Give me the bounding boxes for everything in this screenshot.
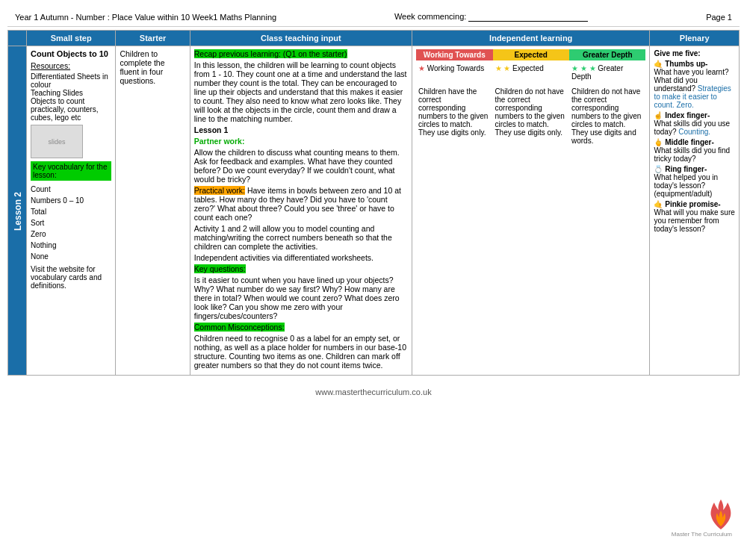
page-wrapper: Year 1 Autumn - Number : Place Value wit… — [0, 0, 747, 560]
small-step-cell: Count Objects to 10 Resources: Different… — [27, 46, 116, 376]
zero-text: Zero. — [676, 101, 693, 109]
page-header: Year 1 Autumn - Number : Place Value wit… — [7, 7, 740, 27]
page-footer: www.masterthecurriculum.co.uk — [7, 380, 740, 404]
key-vocab-label: Key vocabulary for the lesson: — [31, 161, 111, 181]
gd-body: Children do not have the correct corresp… — [569, 86, 645, 146]
independent-headers: Working Towards Expected Greater Depth — [416, 49, 645, 60]
teaching-cell: Recap previous learning: (Q1 on the star… — [190, 46, 412, 376]
logo-text: Master The Curriculum — [672, 531, 732, 538]
partner-work-body: Allow the children to discuss what count… — [194, 148, 408, 184]
index-icon: ☝ — [654, 111, 663, 119]
middle-icon: 🖕 — [654, 138, 663, 146]
visit-text: Visit the website for vocabulary cards a… — [31, 265, 111, 290]
thumb-icon: 🤙 — [654, 60, 663, 68]
lesson-title: Count Objects to 10 — [31, 49, 111, 58]
col-header-independent: Independent learning — [412, 31, 650, 46]
header-page: Page 1 — [706, 13, 732, 22]
index-label: Index finger- — [665, 111, 710, 119]
wt-body: Children have the correct corresponding … — [416, 86, 492, 146]
recap-body: In this lesson, the children will be lea… — [194, 60, 408, 123]
resources-label: Resources: — [31, 61, 111, 70]
gd-header: Greater Depth — [569, 49, 645, 60]
col-header-plenary: Plenary — [650, 31, 740, 46]
exp-body: Children do not have the correct corresp… — [493, 86, 569, 146]
gd-stars: ★ ★ ★ Greater Depth — [569, 63, 645, 82]
col-header-teaching: Class teaching input — [190, 31, 412, 46]
col-header-starter: Starter — [116, 31, 190, 46]
stars-row: ★ Working Towards ★ ★ Expected ★ ★ ★ Gre… — [416, 63, 645, 82]
misconceptions-body: Children need to recognise 0 as a label … — [194, 334, 408, 370]
exp-stars: ★ ★ Expected — [493, 63, 569, 82]
vocab-list: CountNumbers 0 – 10TotalSortZeroNothingN… — [31, 184, 111, 262]
lesson1-label: Lesson 1 — [194, 125, 229, 134]
pinkie-text: What will you make sure you remember fro… — [654, 208, 734, 233]
week-line — [468, 12, 588, 22]
resources-text: Differentiated Sheets in colourTeaching … — [31, 72, 111, 122]
exp-label: Expected — [512, 64, 544, 72]
misconceptions-label: Common Misconceptions: — [194, 323, 285, 332]
ind-content: Children have the correct corresponding … — [416, 86, 645, 146]
plenary-intro: Give me five: — [654, 49, 700, 57]
ring-icon: 💍 — [654, 165, 663, 173]
exp-header: Expected — [493, 49, 569, 60]
practical-label: Practical work: — [194, 186, 245, 195]
header-week: Week commencing: — [394, 12, 588, 22]
key-questions-body: Is it easier to count when you have line… — [194, 276, 408, 320]
pinkie-label: Pinkie promise- — [665, 200, 720, 208]
recap-label: Recap previous learning: (Q1 on the star… — [194, 49, 347, 58]
ring-label: Ring finger- — [665, 165, 707, 173]
wt-label: Working Towards — [427, 64, 484, 72]
activity-body: Activity 1 and 2 will allow you to model… — [194, 224, 408, 251]
ring-text: What helped you in today's lesson? (equi… — [654, 173, 718, 198]
pinkie-icon: 🤙 — [654, 200, 663, 208]
wt-stars: ★ Working Towards — [416, 63, 492, 82]
col-header-small-step: Small step — [27, 31, 116, 46]
wt-header: Working Towards — [416, 49, 492, 60]
key-questions-label: Key questions: — [194, 264, 246, 273]
thumb-label: Thumbs up- — [665, 60, 707, 68]
independent-cell: Working Towards Expected Greater Depth ★… — [412, 46, 650, 376]
logo-area: Master The Curriculum — [672, 500, 732, 538]
counting-text: Counting. — [678, 128, 710, 136]
main-table: Small step Starter Class teaching input … — [7, 30, 740, 376]
header-title: Year 1 Autumn - Number : Place Value wit… — [15, 13, 276, 22]
plenary-cell: Give me five: 🤙 Thumbs up- What have you… — [650, 46, 740, 376]
flame-logo-icon — [710, 500, 732, 529]
teaching-slides-thumbnail: slides — [31, 125, 83, 158]
starter-cell: Children to complete the fluent in four … — [116, 46, 190, 376]
starter-text: Children to complete the fluent in four … — [120, 49, 185, 85]
middle-label: Middle finger- — [665, 138, 714, 146]
independent-text: Independent activities via differentiate… — [194, 253, 408, 262]
partner-work-label: Partner work: — [194, 137, 245, 146]
middle-text: What skills did you find tricky today? — [654, 146, 730, 163]
footer-url: www.masterthecurriculum.co.uk — [315, 388, 431, 396]
lesson-label: Lesson 2 — [8, 46, 27, 376]
